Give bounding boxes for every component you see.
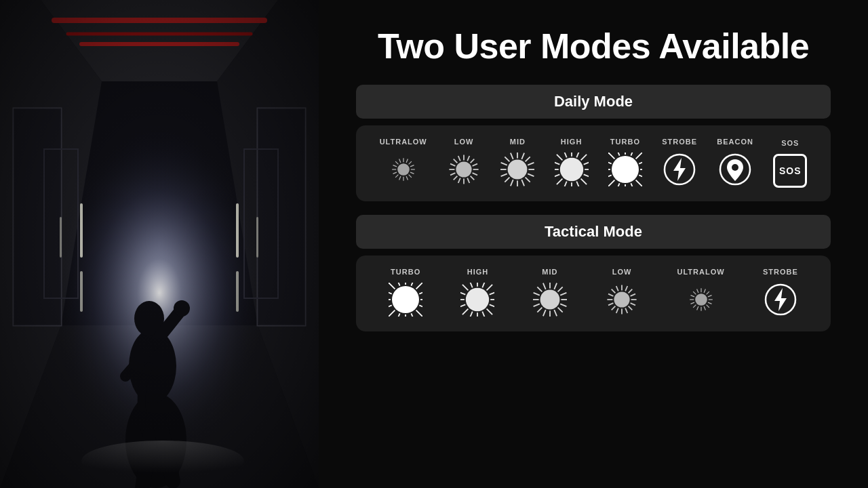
svg-line-37 (395, 175, 398, 178)
svg-line-42 (399, 159, 400, 163)
icon-item-high: HIGH (555, 138, 589, 189)
pin-icon-beacon (718, 152, 752, 189)
icon-label-mid: MID (510, 138, 526, 146)
svg-line-34 (406, 176, 408, 180)
svg-line-112 (631, 152, 634, 156)
svg-line-66 (528, 174, 534, 176)
svg-line-62 (471, 159, 475, 163)
svg-point-187 (614, 292, 630, 308)
svg-line-133 (412, 283, 415, 286)
svg-line-114 (639, 160, 642, 163)
svg-line-54 (454, 176, 458, 180)
svg-line-147 (462, 285, 469, 291)
sun-icon-mid (533, 283, 567, 319)
svg-line-160 (537, 308, 542, 312)
svg-line-182 (616, 286, 618, 291)
svg-line-129 (389, 290, 392, 293)
svg-line-100 (639, 176, 642, 179)
svg-line-74 (501, 163, 507, 165)
svg-line-201 (704, 289, 705, 293)
svg-point-136 (392, 286, 419, 313)
svg-line-180 (608, 294, 613, 296)
svg-line-58 (454, 159, 458, 163)
sun-icon-high (460, 283, 494, 319)
sos-icon: SOS (773, 154, 807, 188)
svg-line-172 (631, 303, 635, 305)
svg-line-67 (526, 178, 530, 182)
icon-item-beacon: BEACON (717, 138, 753, 189)
svg-point-98 (559, 158, 583, 181)
svg-line-184 (625, 286, 627, 291)
sun-icon-low (447, 152, 481, 189)
svg-line-122 (416, 310, 422, 317)
svg-line-126 (389, 310, 395, 317)
svg-point-115 (612, 156, 639, 183)
svg-line-68 (522, 180, 525, 186)
svg-line-109 (608, 152, 614, 159)
icon-item-mid: MID (533, 268, 567, 319)
svg-line-142 (470, 312, 473, 317)
svg-line-178 (608, 303, 613, 305)
svg-line-181 (612, 289, 616, 293)
svg-point-153 (466, 288, 489, 311)
icon-label-strobe: STROBE (662, 138, 697, 146)
icon-label-low: LOW (454, 138, 474, 146)
svg-line-113 (635, 152, 642, 159)
svg-marker-117 (673, 158, 686, 181)
svg-line-93 (564, 152, 567, 157)
svg-line-191 (704, 306, 705, 310)
tactical-mode-label: Tactical Mode (545, 223, 642, 240)
svg-line-33 (408, 175, 411, 178)
svg-line-79 (526, 157, 530, 161)
bolt-icon-strobe (764, 283, 797, 319)
svg-point-81 (508, 160, 528, 180)
svg-line-105 (608, 180, 614, 186)
svg-point-64 (456, 162, 471, 178)
icon-item-sos: SOSSOS (773, 139, 807, 188)
svg-line-87 (564, 182, 567, 186)
svg-line-148 (470, 283, 473, 287)
svg-line-159 (543, 310, 546, 316)
svg-point-170 (540, 290, 559, 310)
icon-label-high: HIGH (561, 138, 583, 146)
svg-line-130 (389, 283, 395, 289)
svg-line-106 (608, 176, 612, 179)
sun-icon-ultralow (387, 152, 420, 189)
svg-line-53 (458, 178, 460, 183)
svg-line-173 (629, 306, 633, 310)
icon-item-turbo: TURBO (608, 138, 642, 189)
svg-line-72 (501, 174, 507, 176)
svg-line-198 (693, 291, 696, 294)
svg-line-102 (631, 183, 634, 186)
svg-line-174 (625, 308, 627, 313)
svg-line-193 (696, 306, 698, 310)
sun-icon-ultralow (684, 283, 718, 319)
icon-item-turbo: TURBO (389, 268, 422, 319)
sun-icon-high (555, 152, 589, 189)
svg-line-143 (462, 309, 469, 315)
svg-line-164 (537, 287, 542, 291)
svg-line-131 (396, 283, 399, 286)
svg-line-91 (555, 161, 559, 165)
svg-line-36 (399, 176, 400, 180)
svg-line-38 (393, 172, 397, 174)
svg-line-44 (406, 159, 408, 163)
bolt-icon-strobe (663, 152, 696, 189)
svg-line-140 (483, 312, 486, 317)
svg-line-95 (576, 152, 580, 157)
svg-line-152 (490, 291, 494, 295)
svg-line-134 (416, 283, 422, 289)
svg-point-119 (732, 164, 738, 171)
svg-line-80 (528, 163, 534, 165)
svg-line-186 (631, 294, 635, 296)
svg-line-169 (560, 293, 566, 296)
svg-line-88 (557, 179, 563, 185)
svg-rect-30 (0, 0, 319, 488)
svg-point-47 (397, 163, 410, 176)
svg-marker-206 (774, 288, 787, 311)
svg-line-151 (487, 285, 493, 291)
svg-line-63 (473, 164, 477, 166)
svg-line-61 (467, 156, 469, 161)
svg-line-76 (511, 153, 513, 159)
svg-line-150 (483, 283, 486, 287)
